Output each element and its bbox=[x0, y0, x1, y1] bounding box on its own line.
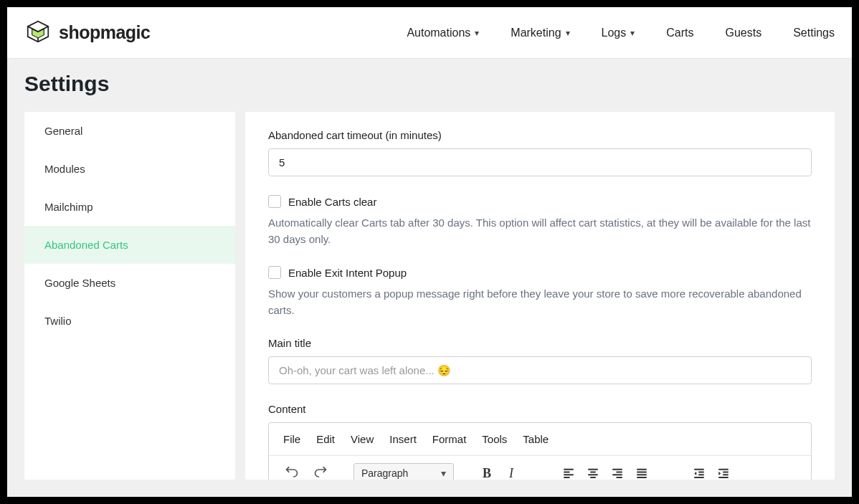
italic-icon: I bbox=[509, 466, 513, 480]
header: shopmagic Automations ▾ Marketing ▾ Logs… bbox=[7, 7, 852, 59]
main-nav: Automations ▾ Marketing ▾ Logs ▾ Carts G… bbox=[407, 27, 835, 39]
indent-button[interactable] bbox=[713, 463, 734, 480]
sidebar-item-label: Mailchimp bbox=[44, 201, 93, 213]
chevron-down-icon: ▾ bbox=[475, 28, 479, 38]
field-enable-exit: Enable Exit Intent Popup Show your custo… bbox=[268, 266, 812, 318]
block-format-value: Paragraph bbox=[361, 467, 408, 479]
main-title-label: Main title bbox=[268, 337, 812, 349]
settings-panel: Abandoned cart timeout (in minutes) Enab… bbox=[245, 112, 835, 480]
sidebar-item-abandoned-carts[interactable]: Abandoned Carts bbox=[24, 226, 235, 264]
align-left-icon bbox=[562, 467, 575, 480]
sidebar-item-general[interactable]: General bbox=[24, 112, 235, 150]
content: General Modules Mailchimp Abandoned Cart… bbox=[7, 112, 852, 497]
align-justify-button[interactable] bbox=[632, 463, 652, 480]
editor-menu-insert[interactable]: Insert bbox=[389, 433, 417, 445]
sidebar-item-google-sheets[interactable]: Google Sheets bbox=[24, 264, 235, 302]
field-content: Content File Edit View Insert Format Too… bbox=[268, 403, 812, 480]
timeout-input[interactable] bbox=[268, 148, 812, 176]
nav-automations[interactable]: Automations ▾ bbox=[407, 27, 479, 39]
nav-automations-label: Automations bbox=[407, 27, 470, 39]
nav-settings[interactable]: Settings bbox=[793, 27, 835, 39]
field-enable-clear: Enable Carts clear Automatically clear C… bbox=[268, 195, 812, 247]
nav-carts-label: Carts bbox=[666, 27, 693, 39]
editor-menu-tools[interactable]: Tools bbox=[482, 433, 507, 445]
nav-carts[interactable]: Carts bbox=[666, 27, 693, 39]
sidebar-item-modules[interactable]: Modules bbox=[24, 150, 235, 188]
undo-button[interactable] bbox=[282, 463, 302, 480]
logo[interactable]: shopmagic bbox=[24, 18, 150, 48]
chevron-down-icon: ▾ bbox=[566, 28, 570, 38]
outdent-icon bbox=[693, 467, 706, 480]
sidebar-item-mailchimp[interactable]: Mailchimp bbox=[24, 188, 235, 226]
editor-toolbar: Paragraph B I bbox=[269, 456, 811, 480]
sidebar-item-label: Modules bbox=[44, 163, 85, 175]
editor-menu-format[interactable]: Format bbox=[432, 433, 467, 445]
enable-clear-checkbox[interactable] bbox=[268, 195, 281, 208]
align-center-button[interactable] bbox=[583, 463, 603, 480]
indent-icon bbox=[717, 467, 730, 480]
sidebar-item-label: Google Sheets bbox=[44, 277, 115, 289]
nav-marketing-label: Marketing bbox=[511, 27, 561, 39]
editor-menu-edit[interactable]: Edit bbox=[316, 433, 335, 445]
brand-name: shopmagic bbox=[59, 22, 150, 43]
timeout-label: Abandoned cart timeout (in minutes) bbox=[268, 129, 812, 141]
nav-marketing[interactable]: Marketing ▾ bbox=[511, 27, 569, 39]
nav-logs-label: Logs bbox=[602, 27, 627, 39]
sidebar-item-twilio[interactable]: Twilio bbox=[24, 302, 235, 340]
rich-editor: File Edit View Insert Format Tools Table bbox=[268, 422, 812, 480]
editor-menu-file[interactable]: File bbox=[283, 433, 300, 445]
logo-icon bbox=[24, 18, 52, 48]
bold-icon: B bbox=[483, 466, 491, 480]
block-format-select[interactable]: Paragraph bbox=[353, 463, 454, 480]
main-title-input[interactable] bbox=[268, 356, 812, 384]
align-right-button[interactable] bbox=[607, 463, 627, 480]
align-center-icon bbox=[587, 467, 599, 480]
editor-menubar: File Edit View Insert Format Tools Table bbox=[269, 423, 811, 456]
redo-icon bbox=[313, 466, 328, 480]
enable-exit-label: Enable Exit Intent Popup bbox=[288, 267, 407, 279]
enable-clear-label: Enable Carts clear bbox=[288, 196, 376, 208]
page-title-bar: Settings bbox=[7, 59, 852, 112]
chevron-down-icon: ▾ bbox=[630, 28, 635, 38]
italic-button[interactable]: I bbox=[501, 463, 521, 480]
bold-button[interactable]: B bbox=[477, 463, 497, 480]
settings-sidebar: General Modules Mailchimp Abandoned Cart… bbox=[24, 112, 235, 480]
enable-exit-help: Show your customers a popup message righ… bbox=[268, 286, 812, 318]
page-title: Settings bbox=[24, 72, 835, 96]
editor-menu-table[interactable]: Table bbox=[523, 433, 549, 445]
nav-settings-label: Settings bbox=[793, 27, 835, 39]
content-label: Content bbox=[268, 403, 812, 415]
app-root: shopmagic Automations ▾ Marketing ▾ Logs… bbox=[7, 7, 852, 497]
field-timeout: Abandoned cart timeout (in minutes) bbox=[268, 129, 812, 176]
sidebar-item-label: Twilio bbox=[44, 315, 72, 327]
outdent-button[interactable] bbox=[689, 463, 709, 480]
align-left-button[interactable] bbox=[559, 463, 579, 480]
sidebar-item-label: Abandoned Carts bbox=[44, 239, 128, 251]
redo-button[interactable] bbox=[310, 463, 331, 480]
align-right-icon bbox=[611, 467, 624, 480]
editor-menu-view[interactable]: View bbox=[351, 433, 374, 445]
nav-logs[interactable]: Logs ▾ bbox=[602, 27, 635, 39]
enable-clear-help: Automatically clear Carts tab after 30 d… bbox=[268, 215, 812, 247]
nav-guests[interactable]: Guests bbox=[726, 27, 762, 39]
field-main-title: Main title bbox=[268, 337, 812, 384]
nav-guests-label: Guests bbox=[726, 27, 762, 39]
undo-icon bbox=[285, 466, 299, 480]
align-justify-icon bbox=[635, 467, 648, 480]
sidebar-item-label: General bbox=[44, 125, 82, 137]
enable-exit-checkbox[interactable] bbox=[268, 266, 281, 279]
